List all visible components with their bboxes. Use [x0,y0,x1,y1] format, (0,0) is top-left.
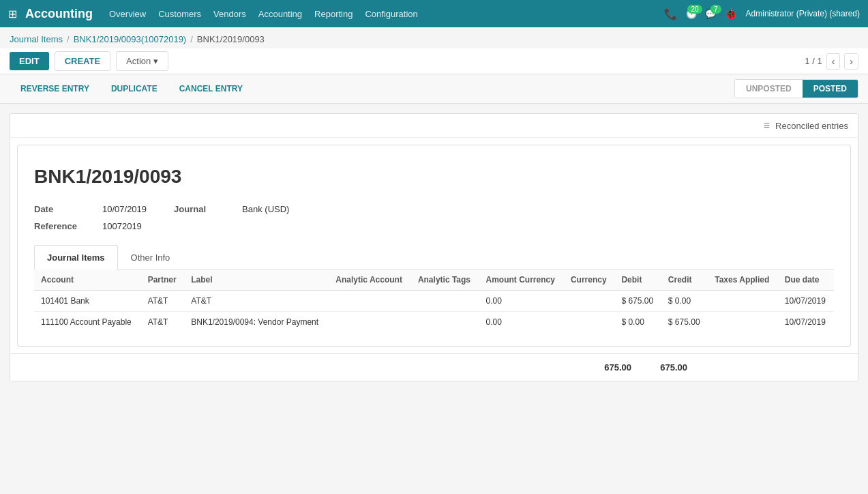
messages-badge-wrap[interactable]: 💬7 [705,9,716,19]
top-navigation: ⊞ Accounting Overview Customers Vendors … [0,0,868,27]
date-row: Date 10/07/2019 [34,204,147,214]
totals-credit: 675.00 [640,362,694,373]
action-label: Action [126,56,151,66]
prev-page-button[interactable]: ‹ [826,53,841,70]
action-chevron-icon: ▾ [153,56,158,66]
cell-debit-0: $ 675.00 [614,291,661,312]
cell-label-0: AT&T [184,291,329,312]
left-fields: Date 10/07/2019 Reference 10072019 [34,204,147,231]
reverse-entry-button[interactable]: REVERSE ENTRY [10,78,100,99]
col-account: Account [34,270,141,291]
toolbar: EDIT CREATE Action ▾ 1 / 1 ‹ › [0,48,868,74]
breadcrumb-sep2: / [190,34,193,44]
totals-debit-spacer [417,362,499,373]
cell-currency-1 [564,312,615,333]
sub-toolbar: REVERSE ENTRY DUPLICATE CANCEL ENTRY UNP… [0,74,868,104]
totals-bar: 675.00 675.00 [10,353,858,381]
updates-badge: 20 [687,5,702,14]
journal-table: Account Partner Label Analytic Account A… [34,270,834,332]
cell-analytic-tags-0 [411,291,479,312]
cell-due-date-0: 10/07/2019 [778,291,834,312]
main-content: ≡ Reconciled entries BNK1/2019/0093 Date… [0,104,868,391]
tab-other-info[interactable]: Other Info [118,245,183,270]
table-header-row: Account Partner Label Analytic Account A… [34,270,834,291]
cell-taxes-1 [708,312,778,333]
col-partner: Partner [141,270,185,291]
status-posted-button[interactable]: POSTED [803,80,858,98]
table-row[interactable]: 111100 Account Payable AT&T BNK1/2019/00… [34,312,834,333]
breadcrumb-current: BNK1/2019/0093 [197,34,265,44]
cell-due-date-1: 10/07/2019 [778,312,834,333]
cell-credit-1: $ 675.00 [661,312,708,333]
col-currency: Currency [564,270,615,291]
totals-debit: 675.00 [584,362,638,373]
col-label: Label [184,270,329,291]
date-label: Date [34,204,95,214]
document-title: BNK1/2019/0093 [34,166,834,188]
cell-debit-1: $ 0.00 [614,312,661,333]
nav-accounting[interactable]: Accounting [258,9,302,19]
totals-credit-spacer [500,362,582,373]
brand-name: Accounting [25,7,93,21]
reconciled-label: Reconciled entries [775,121,848,131]
col-taxes-applied: Taxes Applied [708,270,778,291]
cell-account-0: 101401 Bank [34,291,141,312]
col-amount-currency: Amount Currency [479,270,563,291]
nav-links: Overview Customers Vendors Accounting Re… [109,9,664,19]
reference-row: Reference 10072019 [34,221,147,231]
breadcrumb: Journal Items / BNK1/2019/0093(10072019)… [0,27,868,48]
col-credit: Credit [661,270,708,291]
cell-credit-0: $ 0.00 [661,291,708,312]
user-info[interactable]: Administrator (Private) (shared) [746,9,860,18]
bug-icon[interactable]: 🐞 [724,8,738,20]
card-top-bar: ≡ Reconciled entries [10,114,858,138]
tabs: Journal Items Other Info [34,245,834,270]
cell-label-1: BNK1/2019/0094: Vendor Payment [184,312,329,333]
grid-icon[interactable]: ⊞ [8,8,17,20]
cell-analytic-account-1 [329,312,411,333]
pagination: 1 / 1 ‹ › [805,53,858,70]
journal-row: Journal Bank (USD) [174,204,289,214]
cell-amount-currency-1: 0.00 [479,312,563,333]
cell-partner-1: AT&T [141,312,185,333]
action-button[interactable]: Action ▾ [116,51,168,71]
nav-right: 📞 🕐20 💬7 🐞 Administrator (Private) (shar… [664,8,860,20]
pagination-label: 1 / 1 [805,56,822,66]
cell-analytic-account-0 [329,291,411,312]
duplicate-button[interactable]: DUPLICATE [100,78,168,99]
cancel-entry-button[interactable]: CANCEL ENTRY [168,78,254,99]
nav-vendors[interactable]: Vendors [213,9,246,19]
col-analytic-tags: Analytic Tags [411,270,479,291]
main-card: ≡ Reconciled entries BNK1/2019/0093 Date… [10,113,858,381]
journal-label: Journal [174,204,235,214]
breadcrumb-sep1: / [67,34,70,44]
col-debit: Debit [614,270,661,291]
status-unposted-button[interactable]: UNPOSTED [735,80,803,98]
card-inner: BNK1/2019/0093 Date 10/07/2019 Reference… [17,145,851,347]
reference-value: 10072019 [102,221,142,231]
phone-icon[interactable]: 📞 [664,8,678,20]
nav-overview[interactable]: Overview [109,9,146,19]
col-due-date: Due date [778,270,834,291]
cell-analytic-tags-1 [411,312,479,333]
updates-badge-wrap[interactable]: 🕐20 [686,9,697,19]
cell-currency-0 [564,291,615,312]
status-group: UNPOSTED POSTED [734,79,858,98]
nav-reporting[interactable]: Reporting [314,9,353,19]
form-fields: Date 10/07/2019 Reference 10072019 Journ… [34,204,834,231]
tab-journal-items[interactable]: Journal Items [34,245,118,270]
table-row[interactable]: 101401 Bank AT&T AT&T 0.00 $ 675.00 $ 0.… [34,291,834,312]
create-button[interactable]: CREATE [55,51,110,71]
nav-customers[interactable]: Customers [158,9,201,19]
cell-amount-currency-0: 0.00 [479,291,563,312]
breadcrumb-journal-items[interactable]: Journal Items [10,34,63,44]
breadcrumb-entry[interactable]: BNK1/2019/0093(10072019) [74,34,187,44]
reference-label: Reference [34,221,95,231]
nav-configuration[interactable]: Configuration [365,9,417,19]
cell-taxes-0 [708,291,778,312]
reconciled-icon: ≡ [764,119,770,132]
totals-row: 675.00 675.00 [417,362,833,373]
next-page-button[interactable]: › [844,53,858,70]
edit-button[interactable]: EDIT [10,52,49,70]
messages-badge: 7 [710,5,721,14]
